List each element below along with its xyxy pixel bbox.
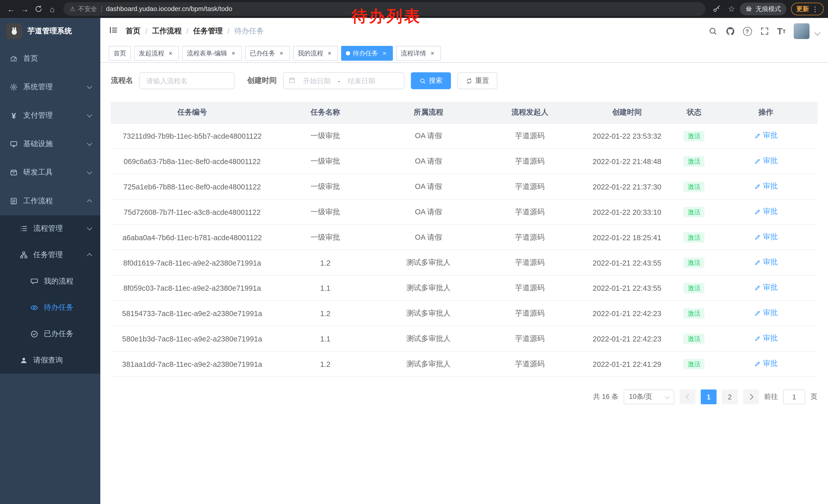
chevron-up-icon <box>87 199 92 204</box>
monitor-icon <box>9 140 18 148</box>
font-size-small-glyph: T <box>783 29 786 34</box>
page-button-2[interactable]: 2 <box>722 390 738 404</box>
tab-done-tasks[interactable]: 已办任务 × <box>245 46 290 61</box>
process-name: 测试多审批人 <box>406 334 451 342</box>
sidebar-item-todo-tasks[interactable]: 待办任务 <box>0 294 100 321</box>
tab-close-icon[interactable]: × <box>278 50 285 57</box>
url-text: dashboard.yudao.iocoder.cn/bpm/task/todo <box>106 5 232 13</box>
reload-icon[interactable] <box>32 2 46 16</box>
task-id: 8f059c03-7ac8-11ec-a9e2-a2380e71991a <box>123 284 261 292</box>
col-status: 状态 <box>674 102 714 123</box>
approve-label: 审批 <box>763 283 778 292</box>
tab-close-icon[interactable]: × <box>429 50 436 57</box>
sidebar-item-infra[interactable]: 基础设施 <box>0 130 100 158</box>
check-circle-icon <box>30 330 39 338</box>
approve-link[interactable]: 审批 <box>754 232 778 242</box>
approve-link[interactable]: 审批 <box>754 207 778 217</box>
help-icon[interactable]: ? <box>743 27 752 36</box>
prev-page-button[interactable] <box>680 390 696 404</box>
status-badge: 激活 <box>684 308 705 318</box>
table-header-row: 任务编号 任务名称 所属流程 流程发起人 创建时间 状态 操作 <box>111 102 818 123</box>
approve-link[interactable]: 审批 <box>754 156 778 166</box>
sidebar-item-devtools[interactable]: 研发工具 <box>0 158 100 187</box>
navbar-actions: ? T T <box>708 23 820 39</box>
reset-button[interactable]: 重置 <box>457 72 497 89</box>
list-icon <box>19 224 29 233</box>
tab-close-icon[interactable]: × <box>167 50 174 57</box>
sidebar-item-home[interactable]: 首页 <box>0 44 100 73</box>
search-icon[interactable] <box>708 27 717 36</box>
tab-process-detail[interactable]: 流程详情 × <box>396 46 441 61</box>
sidebar-item-task-mgmt[interactable]: 任务管理 <box>0 242 100 268</box>
breadcrumb-item[interactable]: 首页 <box>126 27 140 36</box>
sidebar-item-workflow[interactable]: 工作流程 <box>0 187 100 215</box>
start-date-input[interactable] <box>298 76 336 85</box>
back-icon[interactable]: ← <box>4 2 18 16</box>
tab-my-process[interactable]: 我的流程 × <box>293 46 338 61</box>
sidebar-item-system[interactable]: 系统管理 <box>0 73 100 101</box>
chevron-down-icon <box>87 84 92 89</box>
end-date-input[interactable] <box>342 76 380 85</box>
sidebar-item-label: 系统管理 <box>23 82 83 92</box>
sidebar-item-my-process[interactable]: 我的流程 <box>0 268 100 294</box>
tab-form-edit[interactable]: 流程表单-编辑 × <box>182 46 242 61</box>
page-button-1[interactable]: 1 <box>701 390 717 404</box>
date-range-picker[interactable]: - <box>283 72 405 89</box>
approve-link[interactable]: 审批 <box>754 283 778 292</box>
approve-link[interactable]: 审批 <box>754 258 778 267</box>
tab-close-icon[interactable]: × <box>230 50 237 57</box>
tab-home[interactable]: 首页 <box>109 46 131 61</box>
active-tab-dot <box>346 51 350 55</box>
sidebar-item-label: 任务管理 <box>33 250 83 260</box>
sidebar-fold-icon[interactable] <box>109 26 118 37</box>
tab-todo-tasks[interactable]: 待办任务 × <box>341 46 393 61</box>
breadcrumb-separator: / <box>145 27 147 35</box>
tab-label: 发起流程 <box>139 49 164 58</box>
chevron-up-icon <box>87 253 92 258</box>
approve-link[interactable]: 审批 <box>754 131 778 140</box>
security-status[interactable]: ⚠ 不安全 <box>70 4 97 13</box>
breadcrumb-item[interactable]: 任务管理 <box>193 27 223 36</box>
github-icon[interactable] <box>726 27 735 36</box>
avatar-caret-icon[interactable] <box>815 30 820 36</box>
fullscreen-icon[interactable] <box>759 27 769 36</box>
process-name: OA 请假 <box>415 182 442 190</box>
app-logo[interactable]: 芋道管理系统 <box>0 18 100 44</box>
bookmark-star-icon[interactable]: ☆ <box>728 4 735 13</box>
avatar[interactable] <box>794 23 810 39</box>
tab-start-process[interactable]: 发起流程 × <box>134 46 179 61</box>
breadcrumb-item[interactable]: 工作流程 <box>152 27 181 36</box>
task-id: 58154733-7ac8-11ec-a9e2-a2380e71991a <box>122 309 262 317</box>
logo-image <box>6 23 22 39</box>
breadcrumb-current: 待办任务 <box>234 27 264 36</box>
home-icon[interactable]: ⌂ <box>45 2 59 16</box>
sidebar-item-payment[interactable]: ¥ 支付管理 <box>0 101 100 130</box>
sidebar-item-leave-query[interactable]: 请假查询 <box>0 348 100 374</box>
tabs-view: 首页 发起流程 × 流程表单-编辑 × 已办任务 × 我的流程 × <box>100 44 828 63</box>
app-title: 芋道管理系统 <box>28 27 72 36</box>
tab-label: 首页 <box>114 49 126 58</box>
col-create-time: 创建时间 <box>580 102 674 123</box>
browser-menu-icon[interactable]: ⋮ <box>812 5 819 13</box>
font-size-icon[interactable]: T T <box>777 27 786 36</box>
approve-link[interactable]: 审批 <box>754 359 778 368</box>
address-bar[interactable]: ⚠ 不安全 dashboard.yudao.iocoder.cn/bpm/tas… <box>64 2 705 16</box>
create-time: 2022-01-22 18:25:41 <box>593 233 662 241</box>
page-size-select[interactable]: 10条/页 <box>624 390 674 404</box>
goto-page-input[interactable] <box>783 390 805 404</box>
process-name-input[interactable] <box>139 72 235 89</box>
passwords-key-icon[interactable] <box>709 2 723 16</box>
forward-icon[interactable]: → <box>18 2 32 16</box>
tab-close-icon[interactable]: × <box>326 50 333 57</box>
sidebar-item-done-tasks[interactable]: 已办任务 <box>0 321 100 348</box>
task-name: 一级审批 <box>310 182 340 190</box>
approve-label: 审批 <box>763 308 778 318</box>
approve-link[interactable]: 审批 <box>754 308 778 318</box>
approve-link[interactable]: 审批 <box>754 334 778 343</box>
search-button[interactable]: 搜索 <box>411 72 451 89</box>
sidebar-item-process-mgmt[interactable]: 流程管理 <box>0 215 100 242</box>
next-page-button[interactable] <box>743 390 759 404</box>
approve-link[interactable]: 审批 <box>754 182 778 191</box>
update-button[interactable]: 更新 ⋮ <box>791 3 824 15</box>
tab-close-icon[interactable]: × <box>381 50 388 57</box>
